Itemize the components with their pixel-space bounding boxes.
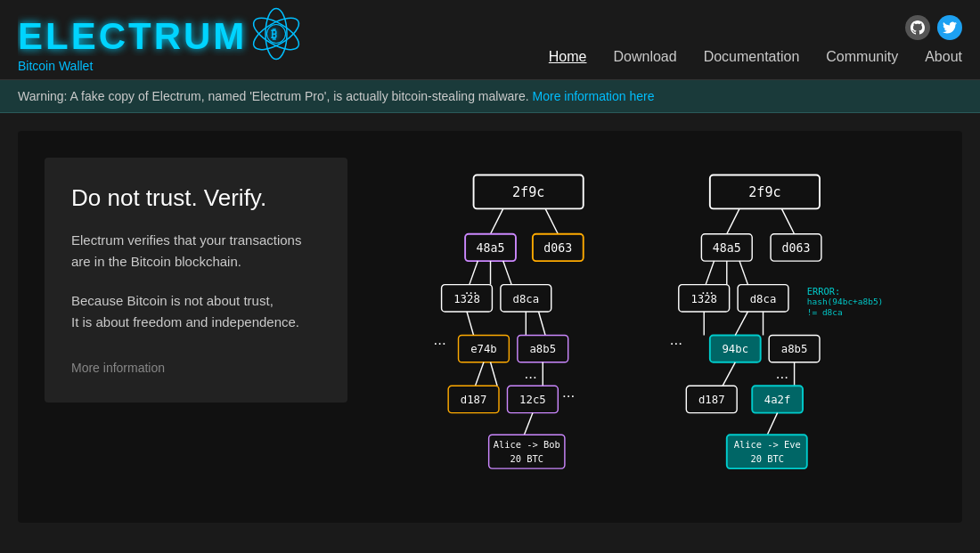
header: ELECTRUM ₿ Bitcoin Wallet xyxy=(0,0,980,80)
nav-about[interactable]: About xyxy=(925,49,962,65)
social-icons xyxy=(905,15,962,40)
svg-text:4a2f: 4a2f xyxy=(764,394,791,406)
svg-line-71 xyxy=(735,312,747,336)
twitter-icon[interactable] xyxy=(937,15,962,40)
nav: Home Download Documentation Community Ab… xyxy=(549,49,962,65)
diagram-area: 2f9c 48a5 d063 1328 d8ca ··· xyxy=(383,158,935,487)
svg-text:d8ca: d8ca xyxy=(513,293,540,305)
left-panel: Do not trust. Verify. Electrum verifies … xyxy=(45,158,347,403)
svg-line-30 xyxy=(475,362,483,386)
svg-text:d187: d187 xyxy=(461,394,487,406)
svg-line-45 xyxy=(727,208,739,233)
warning-bar: Warning: A fake copy of Electrum, named … xyxy=(0,80,980,113)
svg-line-46 xyxy=(781,208,794,233)
svg-text:20 BTC: 20 BTC xyxy=(750,453,784,464)
svg-text:94bc: 94bc xyxy=(722,343,748,355)
logo-subtitle: Bitcoin Wallet xyxy=(18,59,93,73)
svg-text:···: ··· xyxy=(776,369,788,386)
blockchain-diagram: 2f9c 48a5 d063 1328 d8ca ··· xyxy=(419,167,900,487)
svg-text:ELECTRUM: ELECTRUM xyxy=(18,15,247,56)
svg-text:···: ··· xyxy=(465,284,478,301)
header-right: Home Download Documentation Community Ab… xyxy=(549,15,962,65)
svg-line-53 xyxy=(739,261,747,285)
more-info-link[interactable]: More information xyxy=(71,361,165,375)
nav-home[interactable]: Home xyxy=(549,49,587,65)
svg-text:d187: d187 xyxy=(698,394,725,406)
svg-text:ERROR:: ERROR: xyxy=(807,286,841,297)
nav-documentation[interactable]: Documentation xyxy=(704,49,800,65)
description: Electrum verifies that your transactions… xyxy=(71,230,321,272)
svg-line-77 xyxy=(767,413,777,435)
logo-text: ELECTRUM ₿ xyxy=(18,7,303,61)
svg-text:12c5: 12c5 xyxy=(519,394,546,406)
nav-community[interactable]: Community xyxy=(826,49,898,65)
svg-text:d063: d063 xyxy=(782,241,811,255)
svg-line-9 xyxy=(545,208,558,233)
warning-text: Warning: A fake copy of Electrum, named … xyxy=(18,89,529,103)
logo-title: ELECTRUM xyxy=(18,12,249,56)
svg-text:···: ··· xyxy=(562,387,575,404)
svg-text:···: ··· xyxy=(701,284,714,301)
svg-text:a8b5: a8b5 xyxy=(529,343,556,355)
svg-text:···: ··· xyxy=(670,335,682,352)
svg-line-69 xyxy=(723,362,735,386)
svg-line-22 xyxy=(467,312,474,336)
svg-text:a8b5: a8b5 xyxy=(781,343,808,355)
svg-text:···: ··· xyxy=(434,335,446,352)
svg-text:d8ca: d8ca xyxy=(750,293,777,305)
svg-line-16 xyxy=(503,261,511,285)
svg-text:20 BTC: 20 BTC xyxy=(510,453,543,464)
svg-text:···: ··· xyxy=(524,369,536,386)
bitcoin-atom-icon: ₿ xyxy=(249,7,303,61)
warning-link[interactable]: More information here xyxy=(533,89,655,103)
svg-text:!= d8ca: != d8ca xyxy=(807,307,843,317)
svg-text:e74b: e74b xyxy=(470,343,497,355)
logo-area: ELECTRUM ₿ Bitcoin Wallet xyxy=(18,7,303,73)
github-icon[interactable] xyxy=(905,15,930,40)
svg-text:d063: d063 xyxy=(543,241,572,255)
main-content: Do not trust. Verify. Electrum verifies … xyxy=(18,131,962,523)
svg-text:2f9c: 2f9c xyxy=(748,184,780,200)
svg-text:₿: ₿ xyxy=(271,28,279,41)
svg-text:Alice -> Bob: Alice -> Bob xyxy=(494,439,560,450)
svg-text:Alice -> Eve: Alice -> Eve xyxy=(734,439,801,450)
svg-line-14 xyxy=(470,261,478,285)
svg-text:2f9c: 2f9c xyxy=(512,184,544,200)
svg-line-8 xyxy=(491,208,503,233)
svg-text:48a5: 48a5 xyxy=(477,241,505,255)
svg-text:48a5: 48a5 xyxy=(713,241,741,255)
svg-text:hash(94bc+a8b5): hash(94bc+a8b5) xyxy=(807,297,884,306)
tagline: Because Bitcoin is not about trust,It is… xyxy=(71,290,321,333)
svg-line-51 xyxy=(706,261,714,285)
svg-line-39 xyxy=(524,413,532,435)
svg-line-24 xyxy=(539,312,546,336)
headline: Do not trust. Verify. xyxy=(71,184,321,212)
svg-line-31 xyxy=(491,362,498,386)
nav-download[interactable]: Download xyxy=(614,49,677,65)
